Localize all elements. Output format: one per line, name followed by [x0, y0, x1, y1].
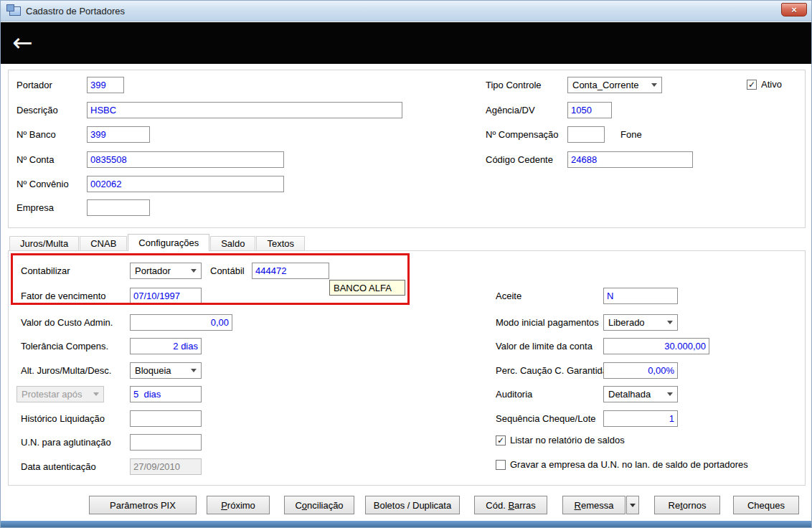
modo-inicial-value: Liberado	[608, 317, 645, 328]
chevron-down-icon	[191, 369, 197, 372]
protestar-apos-input[interactable]	[130, 386, 202, 402]
cod-barras-button[interactable]: Cód. Barras	[474, 496, 547, 514]
alt-juros-value: Bloqueia	[135, 365, 171, 376]
contabilizar-select[interactable]: Portador	[130, 263, 202, 279]
dropdown-arrow-icon	[630, 504, 636, 507]
modo-inicial-select[interactable]: Liberado	[603, 314, 678, 331]
tipo-controle-label: Tipo Controle	[486, 80, 542, 90]
codigo-cedente-label: Código Cedente	[486, 154, 553, 165]
window-bottom-edge	[1, 521, 811, 527]
contabilizar-label: Contabilizar	[21, 265, 70, 276]
tab-saldo[interactable]: Saldo	[210, 236, 255, 250]
codigo-cedente-input[interactable]	[567, 151, 693, 168]
back-arrow-icon[interactable]: ←	[12, 27, 33, 58]
limite-conta-input[interactable]	[603, 338, 709, 354]
tipo-controle-value: Conta_Corrente	[572, 80, 639, 90]
aceite-label: Aceite	[496, 291, 521, 301]
contabil-input[interactable]	[252, 263, 329, 279]
descricao-label: Descrição	[16, 105, 58, 116]
remessa-dropdown-button[interactable]	[626, 496, 639, 514]
portador-input[interactable]	[87, 77, 124, 93]
n-compensacao-input[interactable]	[567, 126, 605, 143]
auditoria-label: Auditoria	[496, 389, 532, 400]
portador-label: Portador	[16, 80, 52, 90]
tab-cnab[interactable]: CNAB	[80, 236, 127, 250]
app-icon	[9, 6, 21, 16]
contabilizar-value: Portador	[135, 265, 171, 276]
caucao-label: Perc. Caução C. Garantida	[496, 365, 608, 376]
data-autenticacao-label: Data autenticação	[21, 461, 96, 472]
fone-label: Fone	[620, 129, 642, 140]
aceite-input[interactable]	[603, 288, 678, 304]
empresa-input[interactable]	[87, 199, 150, 216]
tab-content-panel	[8, 250, 806, 486]
caucao-input[interactable]	[603, 362, 678, 379]
conciliacao-button[interactable]: Conciliação	[284, 496, 354, 514]
retornos-button[interactable]: Retornos	[654, 496, 720, 514]
descricao-input[interactable]	[87, 102, 402, 118]
tooltip-text: BANCO ALFA	[334, 283, 392, 293]
tab-textos[interactable]: Textos	[256, 236, 305, 250]
historico-liquidacao-input[interactable]	[130, 410, 202, 427]
n-conta-label: Nº Conta	[16, 154, 54, 165]
cheques-button[interactable]: Cheques	[733, 496, 799, 514]
remessa-button[interactable]: Remessa	[562, 496, 625, 514]
window-title: Cadastro de Portadores	[26, 6, 125, 16]
n-convenio-label: Nº Convênio	[16, 179, 69, 189]
titlebar: Cadastro de Portadores ×	[1, 1, 811, 22]
tab-juros-multa[interactable]: Juros/Multa	[9, 236, 79, 250]
parametros-pix-button[interactable]: Parâmetros PIX	[89, 496, 197, 514]
checkbox-checked-icon	[747, 80, 757, 90]
limite-conta-label: Valor de limite da conta	[496, 341, 593, 352]
gravar-empresa-checkbox[interactable]: Gravar a empresa da U.N. no lan. de sald…	[496, 459, 748, 470]
agencia-dv-label: Agência/DV	[486, 105, 535, 116]
tolerancia-input[interactable]	[130, 338, 202, 354]
cadastro-portadores-window: Cadastro de Portadores × ← Portador Desc…	[0, 0, 812, 528]
auditoria-value: Detalhada	[608, 389, 651, 400]
tolerancia-label: Tolerância Compens.	[21, 341, 108, 352]
n-compensacao-label: Nº Compensação	[486, 129, 559, 140]
chevron-down-icon	[191, 269, 197, 273]
alt-juros-select[interactable]: Bloqueia	[130, 362, 202, 379]
listar-saldos-label: Listar no relatório de saldos	[510, 435, 625, 446]
modo-inicial-label: Modo inicial pagamentos	[496, 317, 599, 328]
empresa-label: Empresa	[16, 202, 54, 213]
un-aglutinacao-label: U.N. para aglutinação	[21, 437, 111, 448]
proximo-button[interactable]: Próximo	[207, 496, 270, 514]
header-bar: ←	[1, 22, 811, 64]
n-banco-label: Nº Banco	[16, 129, 56, 140]
custo-admin-input[interactable]	[130, 314, 232, 331]
banco-alfa-tooltip: BANCO ALFA	[329, 280, 405, 296]
fator-vencimento-label: Fator de vencimento	[21, 291, 106, 301]
agencia-dv-input[interactable]	[567, 102, 612, 118]
custo-admin-label: Valor do Custo Admin.	[21, 317, 113, 328]
chevron-down-icon	[667, 392, 673, 396]
gravar-empresa-label: Gravar a empresa da U.N. no lan. de sald…	[510, 459, 748, 470]
tab-configuracoes[interactable]: Configurações	[128, 234, 209, 251]
close-button[interactable]: ×	[781, 3, 807, 16]
tipo-controle-select[interactable]: Conta_Corrente	[567, 77, 662, 93]
chevron-down-icon	[667, 321, 673, 324]
seq-cheque-lote-input[interactable]	[603, 410, 678, 427]
chevron-down-icon	[651, 83, 657, 87]
protestar-apos-label: Protestar após	[22, 389, 82, 400]
n-conta-input[interactable]	[87, 151, 284, 168]
n-banco-input[interactable]	[87, 126, 150, 143]
un-aglutinacao-input[interactable]	[130, 434, 202, 451]
alt-juros-label: Alt. Juros/Multa/Desc.	[21, 365, 111, 376]
tab-strip: Juros/Multa CNAB Configurações Saldo Tex…	[9, 234, 306, 251]
boletos-duplicata-button[interactable]: Boletos / Duplicata	[365, 496, 460, 514]
n-convenio-input[interactable]	[87, 176, 284, 192]
ativo-label: Ativo	[761, 79, 782, 90]
listar-saldos-checkbox[interactable]: Listar no relatório de saldos	[496, 435, 625, 446]
close-icon: ×	[791, 4, 797, 15]
fator-vencimento-input[interactable]	[130, 288, 202, 304]
checkbox-checked-icon	[496, 435, 506, 446]
ativo-checkbox[interactable]: Ativo	[747, 79, 782, 90]
protestar-apos-select: Protestar após	[16, 386, 104, 402]
contabil-label: Contábil	[210, 265, 245, 276]
checkbox-unchecked-icon	[496, 460, 506, 470]
auditoria-select[interactable]: Detalhada	[603, 386, 678, 402]
historico-liquidacao-label: Histórico Liquidação	[21, 413, 105, 424]
chevron-down-icon	[93, 392, 99, 396]
